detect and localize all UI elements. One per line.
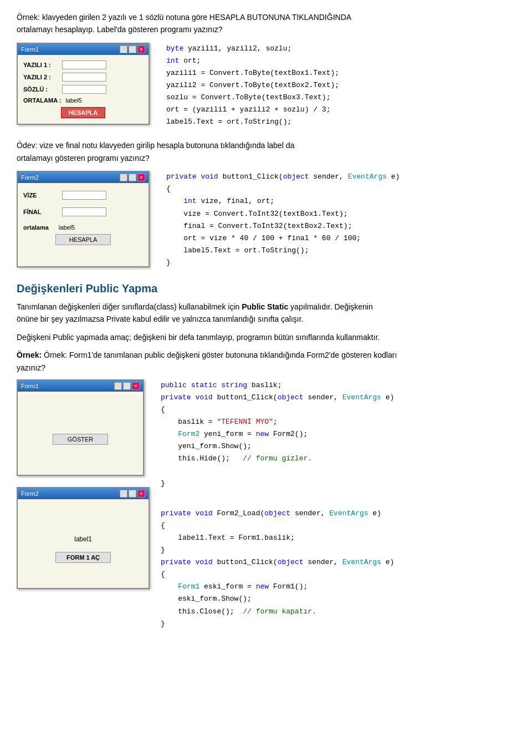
example-label: Örnek: — [17, 351, 42, 359]
intro-line1: Örnek: klavyeden girilen 2 yazılı ve 1 s… — [17, 13, 351, 22]
yazili2-label: YAZILI 2 : — [23, 74, 62, 80]
bottom-code: public static string baslik; private voi… — [161, 379, 515, 630]
form2-body: VİZE FİNAL ortalama label5 HESAPLA — [18, 183, 149, 266]
form2-titlebar-buttons: _ □ ✕ — [120, 174, 145, 181]
form2-label5: label5 — [59, 224, 75, 231]
form-show-title: Form1 — [21, 383, 39, 389]
form-show-titlebar: Form1 _ □ ✕ — [18, 380, 143, 392]
minimize-btn-3[interactable]: _ — [114, 382, 122, 390]
form2-ortalama-label: ortalama — [23, 224, 49, 231]
section-text4: Değişkeni Public yapmada amaç; değişkeni… — [17, 333, 380, 342]
yazili1-row: YAZILI 1 : — [23, 60, 143, 69]
odev-line2: ortalamayı gösteren programı yazınız? — [17, 154, 150, 163]
final-input[interactable] — [62, 207, 106, 216]
form1-ac-button[interactable]: FORM 1 AÇ — [55, 552, 111, 563]
final-label: FİNAL — [23, 209, 62, 215]
section-bold: Public Static — [242, 302, 288, 311]
minimize-btn[interactable]: _ — [120, 45, 127, 53]
maximize-btn-4[interactable]: □ — [129, 490, 136, 498]
form-show-window: Form1 _ □ ✕ GÖSTER — [17, 379, 144, 476]
form2-ortalama-row: ortalama label5 — [23, 224, 143, 231]
ortalama-label: ORTALAMA : — [23, 97, 61, 104]
yazili1-label: YAZILI 1 : — [23, 62, 62, 68]
code4-block: private void Form2_Load(object sender, E… — [161, 508, 515, 630]
close-btn[interactable]: ✕ — [137, 45, 145, 53]
example2-section: Form2 _ □ ✕ VİZE FİNAL — [17, 171, 515, 269]
example2-para: Örnek: Örnek: Form1'de tanımlanan public… — [17, 349, 515, 374]
goster-button[interactable]: GÖSTER — [53, 434, 108, 445]
section-para2: Değişkeni Public yapmada amaç; değişkeni… — [17, 331, 515, 343]
ortalama-row: ORTALAMA : label5 — [23, 97, 143, 104]
bottom-forms: Form1 _ □ ✕ GÖSTER Form2 _ □ ✕ — [17, 379, 150, 630]
section-text2: yapılmalıdır. Değişkenin — [288, 302, 373, 311]
code2-block: private void button1_Click(object sender… — [166, 171, 515, 269]
odev-line1: Ödev: vize ve final notu klavyeden giril… — [17, 141, 294, 150]
minimize-btn-4[interactable]: _ — [120, 490, 127, 498]
example2-text: Örnek: Form1'de tanımlanan public değişk… — [44, 351, 397, 359]
form2-hesapla-button[interactable]: HESAPLA — [55, 234, 111, 245]
vize-row: VİZE — [23, 191, 143, 200]
form2-title: Form2 — [21, 174, 39, 181]
sozlu-row: SÖZLÜ : — [23, 85, 143, 94]
form2-titlebar: Form2 _ □ ✕ — [18, 172, 149, 183]
close-btn-4[interactable]: ✕ — [137, 490, 145, 498]
code1-kw2: int — [166, 57, 179, 65]
section-text3: önüne bir şey yazılmazsa Private kabul e… — [17, 314, 303, 323]
form1-titlebar-buttons: _ □ ✕ — [120, 45, 145, 53]
intro-line2: ortalamayı hesaplayıp. Label'da gösteren… — [17, 25, 223, 34]
vize-input[interactable] — [62, 191, 106, 200]
section-heading: Değişkenleri Public Yapma — [17, 282, 515, 295]
form2-bottom-buttons: _ □ ✕ — [120, 490, 145, 498]
form2-bottom-title: Form2 — [21, 490, 39, 497]
example2-text2: yazınız? — [17, 363, 45, 372]
form2-bottom-titlebar: Form2 _ □ ✕ — [18, 488, 149, 499]
close-btn-2[interactable]: ✕ — [137, 174, 145, 181]
form1-window-container: Form1 _ □ ✕ YAZILI 1 : YAZILI 2 : SÖZLÜ … — [17, 43, 155, 125]
maximize-btn-3[interactable]: □ — [123, 382, 131, 390]
maximize-btn-2[interactable]: □ — [129, 174, 136, 181]
example1-section: Form1 _ □ ✕ YAZILI 1 : YAZILI 2 : SÖZLÜ … — [17, 43, 515, 129]
yazili2-row: YAZILI 2 : — [23, 73, 143, 82]
form2-bottom-body: label1 FORM 1 AÇ — [18, 499, 149, 588]
final-row: FİNAL — [23, 207, 143, 216]
sozlu-input[interactable] — [62, 85, 106, 94]
form1-body: YAZILI 1 : YAZILI 2 : SÖZLÜ : ORTALAMA :… — [18, 55, 149, 124]
section-para1: Tanımlanan değişkenleri diğer sınıflarda… — [17, 301, 515, 326]
code1-block: byte yazili1, yazili2, sozlu; int ort; y… — [166, 43, 515, 129]
yazili2-input[interactable] — [62, 73, 106, 82]
label5-value: label5 — [65, 97, 81, 104]
odev-text: Ödev: vize ve final notu klavyeden giril… — [17, 139, 515, 164]
form1-titlebar: Form1 _ □ ✕ — [18, 44, 149, 55]
bottom-section: Form1 _ □ ✕ GÖSTER Form2 _ □ ✕ — [17, 379, 515, 630]
form2-bottom-window: Form2 _ □ ✕ label1 FORM 1 AÇ — [17, 487, 150, 589]
form-show-body: GÖSTER — [18, 392, 143, 475]
vize-label: VİZE — [23, 192, 62, 199]
form-show-titlebar-buttons: _ □ ✕ — [114, 382, 140, 390]
intro-text: Örnek: klavyeden girilen 2 yazılı ve 1 s… — [17, 11, 515, 36]
form1-title: Form1 — [21, 46, 39, 53]
hesapla-button[interactable]: HESAPLA — [61, 107, 105, 118]
form2-window: Form2 _ □ ✕ VİZE FİNAL — [17, 171, 150, 267]
code1-kw1: byte — [166, 44, 183, 53]
sozlu-label: SÖZLÜ : — [23, 86, 62, 93]
code3-block: public static string baslik; private voi… — [161, 379, 515, 490]
maximize-btn[interactable]: □ — [129, 45, 136, 53]
form2-window-container: Form2 _ □ ✕ VİZE FİNAL — [17, 171, 155, 267]
section-text1: Tanımlanan değişkenleri diğer sınıflarda… — [17, 302, 242, 311]
minimize-btn-2[interactable]: _ — [120, 174, 127, 181]
form1-window: Form1 _ □ ✕ YAZILI 1 : YAZILI 2 : SÖZLÜ … — [17, 43, 150, 125]
yazili1-input[interactable] — [62, 60, 106, 69]
form2-label1: label1 — [74, 535, 92, 543]
close-btn-3[interactable]: ✕ — [132, 382, 140, 390]
